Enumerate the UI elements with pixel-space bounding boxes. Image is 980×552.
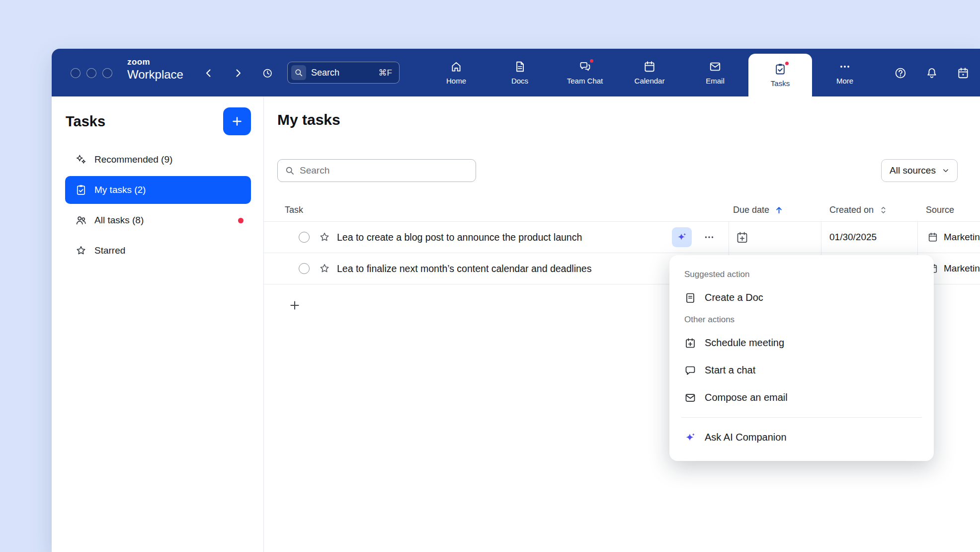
sidebar-item-label: My tasks (2) — [94, 184, 146, 195]
row-more-button[interactable] — [699, 227, 719, 247]
logo-zoom-text: zoom — [127, 58, 183, 66]
menu-item-create-doc[interactable]: Create a Doc — [669, 284, 934, 311]
sidebar-item-my-tasks[interactable]: My tasks (2) — [65, 176, 251, 204]
calendar-plus-icon — [735, 231, 749, 244]
bell-icon — [925, 67, 938, 80]
task-source-label: Marketing — [944, 263, 980, 274]
sidebar-item-recommended[interactable]: Recommended (9) — [65, 146, 251, 174]
docs-icon — [513, 60, 526, 73]
sidebar-item-label: Recommended (9) — [94, 154, 172, 165]
tasks-badge — [784, 61, 790, 66]
envelope-icon — [684, 392, 696, 404]
task-title[interactable]: Lea to create a blog post to announce th… — [337, 222, 582, 253]
calendar-source-icon — [927, 232, 938, 243]
sources-filter-label: All sources — [890, 165, 936, 176]
tab-team-chat[interactable]: Team Chat — [556, 49, 614, 96]
tab-label: Team Chat — [567, 77, 603, 85]
tab-label: Email — [706, 77, 725, 85]
home-icon — [450, 60, 463, 73]
menu-section-other: Other actions — [669, 311, 934, 328]
column-header-source: Source — [926, 199, 954, 221]
task-created-date: 01/30/2025 — [829, 222, 877, 253]
menu-section-suggested: Suggested action — [669, 266, 934, 283]
help-button[interactable] — [891, 63, 910, 83]
plus-icon — [288, 299, 301, 312]
menu-item-ask-ai-companion[interactable]: Ask AI Companion — [669, 424, 934, 451]
menu-item-schedule-meeting[interactable]: Schedule meeting — [669, 329, 934, 357]
star-icon[interactable] — [319, 231, 330, 243]
sidebar-header: Tasks — [66, 107, 251, 135]
new-task-button[interactable] — [223, 107, 251, 135]
chevron-right-icon — [232, 67, 244, 79]
sidebar-item-label: Starred — [94, 245, 125, 256]
app-window: zoom Workplace Search ⌘F — [52, 49, 980, 552]
add-task-inline-button[interactable] — [287, 297, 303, 313]
tab-label: More — [836, 77, 853, 85]
help-icon — [894, 67, 907, 80]
app-logo: zoom Workplace — [127, 58, 183, 81]
menu-item-label: Ask AI Companion — [705, 432, 787, 443]
tab-label: Home — [446, 77, 466, 85]
tasks-sidebar: Tasks Recommended (9) My tasks (2) All t… — [52, 96, 264, 552]
sidebar-item-all-tasks[interactable]: All tasks (8) — [65, 206, 251, 234]
tab-calendar[interactable]: Calendar — [621, 49, 678, 96]
tab-home[interactable]: Home — [427, 49, 485, 96]
tab-email[interactable]: Email — [686, 49, 744, 96]
tab-more[interactable]: More — [816, 49, 874, 96]
forward-button[interactable] — [229, 64, 247, 82]
team-chat-icon — [578, 60, 591, 73]
top-bar: zoom Workplace Search ⌘F — [52, 49, 980, 96]
column-header-task: Task — [285, 199, 303, 221]
menu-item-compose-email[interactable]: Compose an email — [669, 384, 934, 411]
plus-icon — [231, 115, 244, 128]
desktop-background: zoom Workplace Search ⌘F — [0, 0, 980, 552]
sidebar-list: Recommended (9) My tasks (2) All tasks (… — [65, 146, 251, 265]
chevron-down-icon — [941, 166, 950, 175]
task-source: Marketing — [927, 222, 980, 253]
ai-actions-menu: Suggested action Create a Doc Other acti… — [669, 255, 934, 461]
sidebar-title: Tasks — [66, 113, 105, 130]
task-complete-checkbox[interactable] — [299, 232, 310, 243]
page-title: My tasks — [277, 111, 340, 128]
menu-item-start-chat[interactable]: Start a chat — [669, 357, 934, 384]
quick-calendar-button[interactable] — [953, 63, 973, 83]
global-search[interactable]: Search ⌘F — [287, 62, 400, 84]
window-control-close[interactable] — [71, 68, 81, 78]
set-due-date-button[interactable] — [735, 231, 749, 244]
table-header: Task Due date Created on Source — [264, 199, 980, 222]
task-source-label: Marketing — [944, 232, 980, 243]
tasks-icon — [774, 63, 787, 76]
star-icon[interactable] — [319, 263, 330, 275]
tab-tasks[interactable]: Tasks — [748, 54, 812, 96]
window-control-maximize[interactable] — [102, 68, 112, 78]
doc-icon — [684, 292, 696, 304]
column-header-due-date[interactable]: Due date — [733, 199, 784, 221]
tab-docs[interactable]: Docs — [491, 49, 549, 96]
task-complete-checkbox[interactable] — [299, 263, 310, 274]
tab-label: Docs — [511, 77, 528, 85]
task-title[interactable]: Lea to finalize next month’s content cal… — [337, 253, 591, 284]
all-tasks-badge — [238, 218, 244, 223]
menu-item-label: Schedule meeting — [705, 337, 784, 349]
ai-sparkle-icon — [676, 232, 687, 243]
table-row: Lea to create a blog post to announce th… — [264, 222, 980, 253]
history-icon — [261, 67, 273, 79]
people-icon — [75, 214, 87, 226]
window-control-minimize[interactable] — [86, 68, 96, 78]
sort-ascending-icon — [774, 205, 784, 215]
ai-companion-button[interactable] — [672, 227, 692, 247]
notifications-button[interactable] — [922, 63, 942, 83]
sources-filter-dropdown[interactable]: All sources — [881, 159, 958, 182]
sidebar-item-label: All tasks (8) — [94, 215, 144, 226]
task-search-field[interactable] — [277, 159, 476, 182]
sidebar-item-starred[interactable]: Starred — [65, 237, 251, 265]
sort-updown-icon — [878, 205, 889, 215]
column-header-created-on[interactable]: Created on — [829, 199, 889, 221]
back-button[interactable] — [200, 64, 218, 82]
tab-label: Calendar — [635, 77, 665, 85]
global-search-label: Search — [311, 68, 339, 78]
star-icon — [75, 245, 87, 257]
history-button[interactable] — [258, 64, 276, 82]
task-search-input[interactable] — [300, 165, 469, 176]
email-icon — [709, 60, 722, 73]
